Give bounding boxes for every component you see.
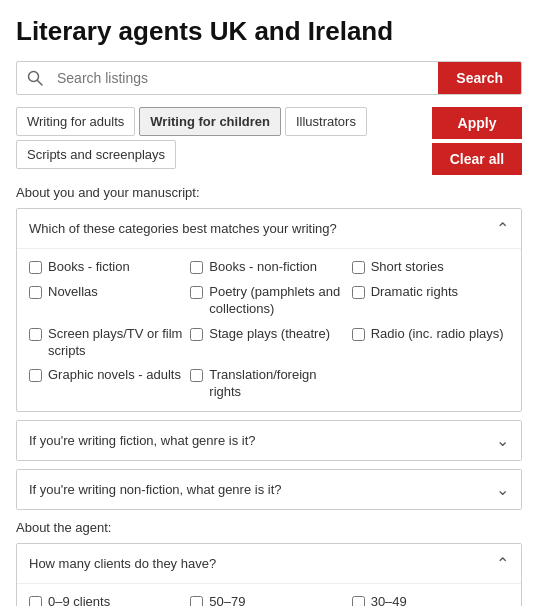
- nonfiction-chevron-down-icon: ⌄: [496, 480, 509, 499]
- top-row: Writing for adults Writing for children …: [16, 107, 522, 175]
- list-item[interactable]: Dramatic rights: [352, 284, 509, 318]
- categories-filter-body: Books - fiction Books - non-fiction Shor…: [17, 248, 521, 411]
- list-item[interactable]: Short stories: [352, 259, 509, 276]
- list-item[interactable]: Radio (inc. radio plays): [352, 326, 509, 360]
- search-button[interactable]: Search: [438, 62, 521, 94]
- list-item[interactable]: 0–9 clients: [29, 594, 186, 606]
- fiction-filter-box: If you're writing fiction, what genre is…: [16, 420, 522, 461]
- checkbox-label: Dramatic rights: [371, 284, 458, 301]
- tab-adults[interactable]: Writing for adults: [16, 107, 135, 136]
- svg-line-1: [38, 81, 43, 86]
- checkbox-label: Novellas: [48, 284, 98, 301]
- side-buttons: Apply Clear all: [432, 107, 522, 175]
- checkbox-50-79[interactable]: [190, 596, 203, 606]
- tab-scripts[interactable]: Scripts and screenplays: [16, 140, 176, 169]
- checkbox-graphic-novels[interactable]: [29, 369, 42, 382]
- about-agent-label: About the agent:: [16, 520, 522, 535]
- checkbox-label: Stage plays (theatre): [209, 326, 330, 343]
- list-item[interactable]: Books - non-fiction: [190, 259, 347, 276]
- checkbox-books-fiction[interactable]: [29, 261, 42, 274]
- search-bar: Search: [16, 61, 522, 95]
- checkbox-stage-plays[interactable]: [190, 328, 203, 341]
- fiction-filter-title: If you're writing fiction, what genre is…: [29, 433, 255, 448]
- fiction-chevron-down-icon: ⌄: [496, 431, 509, 450]
- search-input[interactable]: [53, 62, 438, 94]
- clients-chevron-up-icon: ⌃: [496, 554, 509, 573]
- checkbox-books-nonfiction[interactable]: [190, 261, 203, 274]
- checkbox-short-stories[interactable]: [352, 261, 365, 274]
- checkbox-label: 0–9 clients: [48, 594, 110, 606]
- checkbox-0-9[interactable]: [29, 596, 42, 606]
- list-item[interactable]: Books - fiction: [29, 259, 186, 276]
- list-item[interactable]: Screen plays/TV or film scripts: [29, 326, 186, 360]
- checkbox-label: Screen plays/TV or film scripts: [48, 326, 186, 360]
- clients-filter-header[interactable]: How many clients do they have? ⌃: [17, 544, 521, 583]
- categories-checkbox-grid: Books - fiction Books - non-fiction Shor…: [29, 259, 509, 401]
- list-item[interactable]: Translation/foreign rights: [190, 367, 347, 401]
- categories-chevron-up-icon: ⌃: [496, 219, 509, 238]
- checkbox-label: 50–79: [209, 594, 245, 606]
- checkbox-label: Short stories: [371, 259, 444, 276]
- tabs-container: Writing for adults Writing for children …: [16, 107, 422, 169]
- categories-filter-box: Which of these categories best matches y…: [16, 208, 522, 412]
- fiction-filter-header[interactable]: If you're writing fiction, what genre is…: [17, 421, 521, 460]
- list-item[interactable]: Stage plays (theatre): [190, 326, 347, 360]
- checkbox-label: 30–49: [371, 594, 407, 606]
- list-item[interactable]: Novellas: [29, 284, 186, 318]
- list-item[interactable]: 50–79: [190, 594, 347, 606]
- clients-filter-title: How many clients do they have?: [29, 556, 216, 571]
- checkbox-label: Books - non-fiction: [209, 259, 317, 276]
- checkbox-translation[interactable]: [190, 369, 203, 382]
- checkbox-label: Books - fiction: [48, 259, 130, 276]
- clear-all-button[interactable]: Clear all: [432, 143, 522, 175]
- apply-button[interactable]: Apply: [432, 107, 522, 139]
- tab-illustrators[interactable]: Illustrators: [285, 107, 367, 136]
- checkbox-label: Poetry (pamphlets and collections): [209, 284, 347, 318]
- tab-children[interactable]: Writing for children: [139, 107, 281, 136]
- clients-filter-body: 0–9 clients 50–79 30–49 20–29 10–19 80–9…: [17, 583, 521, 606]
- page-title: Literary agents UK and Ireland: [16, 16, 522, 47]
- about-manuscript-label: About you and your manuscript:: [16, 185, 522, 200]
- checkbox-30-49[interactable]: [352, 596, 365, 606]
- checkbox-dramatic-rights[interactable]: [352, 286, 365, 299]
- nonfiction-filter-title: If you're writing non-fiction, what genr…: [29, 482, 282, 497]
- checkbox-label: Translation/foreign rights: [209, 367, 347, 401]
- nonfiction-filter-box: If you're writing non-fiction, what genr…: [16, 469, 522, 510]
- clients-checkbox-grid: 0–9 clients 50–79 30–49 20–29 10–19 80–9…: [29, 594, 509, 606]
- list-item[interactable]: Poetry (pamphlets and collections): [190, 284, 347, 318]
- clients-filter-box: How many clients do they have? ⌃ 0–9 cli…: [16, 543, 522, 606]
- checkbox-screenplays[interactable]: [29, 328, 42, 341]
- list-item[interactable]: 30–49: [352, 594, 509, 606]
- nonfiction-filter-header[interactable]: If you're writing non-fiction, what genr…: [17, 470, 521, 509]
- checkbox-novellas[interactable]: [29, 286, 42, 299]
- checkbox-label: Graphic novels - adults: [48, 367, 181, 384]
- list-item[interactable]: Graphic novels - adults: [29, 367, 186, 401]
- checkbox-poetry[interactable]: [190, 286, 203, 299]
- checkbox-label: Radio (inc. radio plays): [371, 326, 504, 343]
- checkbox-radio[interactable]: [352, 328, 365, 341]
- search-icon: [17, 70, 53, 86]
- categories-filter-title: Which of these categories best matches y…: [29, 221, 337, 236]
- categories-filter-header[interactable]: Which of these categories best matches y…: [17, 209, 521, 248]
